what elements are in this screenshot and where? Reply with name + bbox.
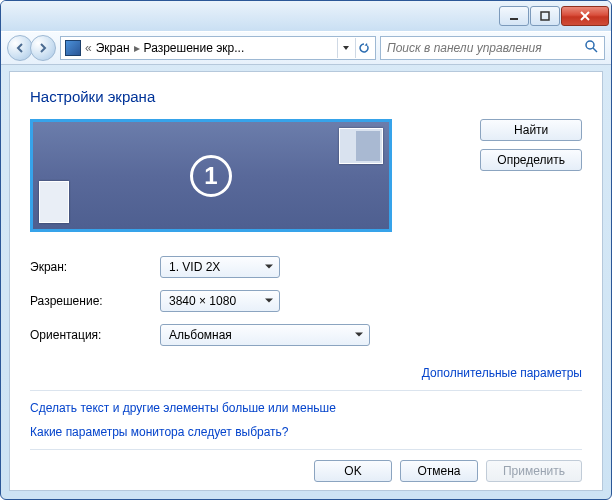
svg-line-5: [593, 48, 597, 52]
preview-thumb: [339, 128, 383, 164]
settings-form: Экран: 1. VID 2X Разрешение: 3840 × 1080…: [30, 256, 582, 358]
close-button[interactable]: [561, 6, 609, 26]
monitor-preview[interactable]: 1: [30, 119, 392, 232]
navbar: « Экран ▸ Разрешение экр...: [1, 31, 611, 65]
preview-thumb: [39, 181, 69, 223]
orientation-select[interactable]: Альбомная: [160, 324, 370, 346]
refresh-icon[interactable]: [355, 38, 371, 58]
breadcrumb-item[interactable]: Экран: [96, 41, 130, 55]
advanced-settings-link[interactable]: Дополнительные параметры: [422, 366, 582, 380]
minimize-button[interactable]: [499, 6, 529, 26]
forward-button[interactable]: [30, 35, 56, 61]
chevron-right-icon: ▸: [134, 41, 140, 55]
control-panel-icon: [65, 40, 81, 56]
titlebar[interactable]: [1, 1, 611, 31]
which-settings-link[interactable]: Какие параметры монитора следует выбрать…: [30, 425, 582, 439]
breadcrumb-item[interactable]: Разрешение экр...: [144, 41, 245, 55]
search-icon[interactable]: [584, 39, 598, 57]
search-box[interactable]: [380, 36, 605, 60]
orientation-label: Ориентация:: [30, 328, 160, 342]
window: « Экран ▸ Разрешение экр... Настройки эк…: [0, 0, 612, 500]
ok-button[interactable]: OK: [314, 460, 392, 482]
search-input[interactable]: [387, 41, 577, 55]
screen-select[interactable]: 1. VID 2X: [160, 256, 280, 278]
monitor-number-badge: 1: [190, 155, 232, 197]
chevron-left-icon: «: [85, 41, 92, 55]
breadcrumb-dropdown-icon[interactable]: [337, 38, 353, 58]
cancel-button[interactable]: Отмена: [400, 460, 478, 482]
apply-button[interactable]: Применить: [486, 460, 582, 482]
screen-label: Экран:: [30, 260, 160, 274]
maximize-button[interactable]: [530, 6, 560, 26]
breadcrumb[interactable]: « Экран ▸ Разрешение экр...: [60, 36, 376, 60]
svg-point-4: [586, 41, 594, 49]
resolution-select[interactable]: 3840 × 1080: [160, 290, 280, 312]
dialog-footer: OK Отмена Применить: [30, 449, 582, 482]
content-pane: Настройки экрана 1 Найти Определить Экра…: [9, 71, 603, 491]
svg-rect-1: [541, 12, 549, 20]
identify-button[interactable]: Определить: [480, 149, 582, 171]
page-title: Настройки экрана: [30, 88, 582, 105]
find-button[interactable]: Найти: [480, 119, 582, 141]
text-size-link[interactable]: Сделать текст и другие элементы больше и…: [30, 401, 582, 415]
resolution-label: Разрешение:: [30, 294, 160, 308]
